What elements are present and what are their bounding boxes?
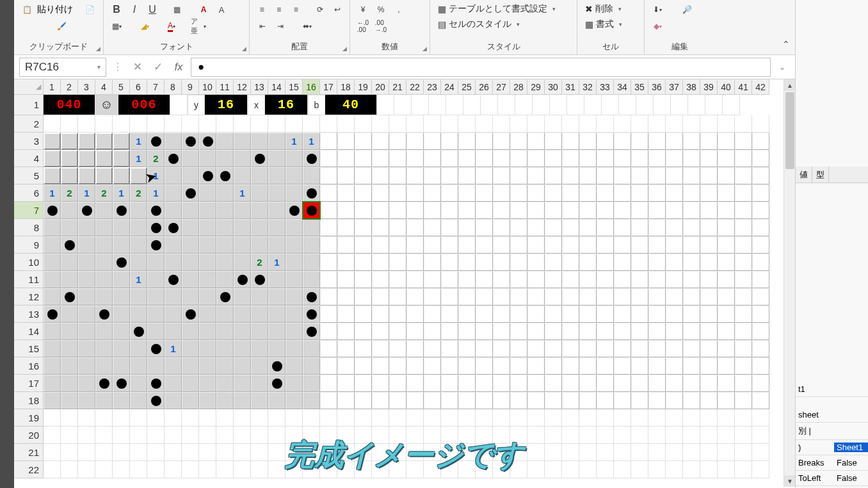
cell[interactable] [372,357,389,375]
cell[interactable] [752,323,769,340]
column-header[interactable]: 24 [441,79,458,95]
cell[interactable] [718,115,735,133]
row-header[interactable]: 13 [14,305,44,323]
cell[interactable] [562,133,579,150]
cell[interactable] [406,236,424,254]
column-header[interactable]: 22 [406,79,424,95]
cell[interactable] [78,444,95,461]
cell[interactable] [527,236,545,254]
cell[interactable] [78,167,95,184]
column-header[interactable]: 2 [61,79,78,95]
cell[interactable] [527,133,545,150]
cell[interactable] [527,427,545,444]
cell[interactable] [752,444,769,461]
cell[interactable] [234,219,251,236]
cell[interactable] [182,133,199,150]
cell[interactable] [666,427,683,444]
cell[interactable] [61,409,78,427]
cell[interactable] [683,254,700,271]
cell[interactable] [718,427,735,444]
cell[interactable] [631,150,648,167]
column-header[interactable]: 38 [683,79,700,95]
cell[interactable] [406,409,424,427]
cell[interactable] [372,202,389,219]
column-header[interactable]: 15 [285,79,303,95]
column-header[interactable]: 29 [527,79,545,95]
cell[interactable] [268,357,285,375]
cell[interactable] [406,115,424,133]
cell[interactable] [389,409,406,427]
cell[interactable] [337,219,355,236]
cell[interactable] [458,271,476,288]
cell[interactable] [476,236,493,254]
cell[interactable] [683,409,700,427]
cell[interactable] [527,167,545,184]
cell[interactable] [372,288,389,305]
cell[interactable] [355,340,372,357]
cell[interactable] [614,133,631,150]
column-header[interactable]: 34 [614,79,631,95]
cell[interactable] [216,202,234,219]
cell[interactable] [614,461,631,478]
cell[interactable] [579,427,597,444]
cell[interactable] [320,133,337,150]
cell[interactable] [510,150,527,167]
cell[interactable] [355,167,372,184]
cell[interactable] [527,150,545,167]
cell[interactable] [61,219,78,236]
cell[interactable] [216,444,234,461]
cell[interactable] [441,392,458,409]
cell[interactable] [458,184,476,202]
cell[interactable] [320,357,337,375]
cell[interactable] [752,288,769,305]
cell[interactable] [527,271,545,288]
column-header[interactable]: 3 [78,79,95,95]
cell[interactable] [424,219,441,236]
cell[interactable] [147,288,165,305]
cell[interactable] [95,236,113,254]
cell[interactable] [700,167,718,184]
cell[interactable] [78,305,95,323]
cell[interactable] [199,254,216,271]
cell[interactable] [545,461,562,478]
cell[interactable] [424,409,441,427]
cell[interactable] [579,288,597,305]
cell[interactable]: 2 [61,184,78,202]
cell[interactable] [113,202,130,219]
cell[interactable] [683,184,700,202]
cell[interactable] [389,357,406,375]
cell[interactable] [251,115,268,133]
cell[interactable] [303,375,320,392]
cell[interactable]: 1 [130,133,147,150]
cell[interactable] [320,305,337,323]
cell[interactable] [337,236,355,254]
cell[interactable] [597,288,614,305]
cell[interactable] [700,340,718,357]
italic-button[interactable]: I [127,2,142,17]
cell[interactable] [199,427,216,444]
cell[interactable] [147,392,165,409]
cell[interactable] [666,254,683,271]
cell[interactable] [251,375,268,392]
cell[interactable] [476,340,493,357]
cell[interactable] [95,254,113,271]
cell[interactable]: 2 [130,184,147,202]
cell[interactable] [372,133,389,150]
cell[interactable] [597,357,614,375]
cell[interactable] [406,133,424,150]
cell[interactable] [735,115,752,133]
cell[interactable] [95,271,113,288]
cell[interactable] [389,236,406,254]
cell[interactable] [372,323,389,340]
cell[interactable] [614,357,631,375]
cell[interactable] [165,288,182,305]
cell[interactable] [389,271,406,288]
cell[interactable] [95,444,113,461]
cell[interactable] [113,115,130,133]
cell[interactable] [683,357,700,375]
cell[interactable] [441,184,458,202]
cell[interactable] [614,236,631,254]
cell[interactable] [377,95,394,115]
cell[interactable] [251,357,268,375]
cell[interactable] [44,427,61,444]
